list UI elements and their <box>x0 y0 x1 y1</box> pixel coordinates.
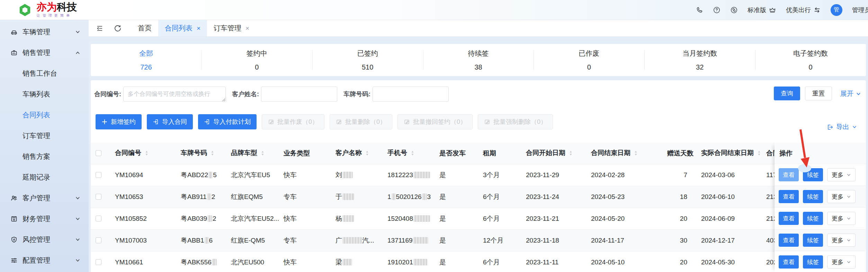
column-header-actual_end_date[interactable]: 实际合同结束日期 <box>696 143 761 164</box>
tenant-switch[interactable]: 优美出行 <box>786 6 821 14</box>
row-checkbox[interactable] <box>96 237 101 243</box>
column-header-customer[interactable]: 客户名称 <box>331 143 383 164</box>
stat-renew-pending[interactable]: 待续签38 <box>423 44 534 76</box>
tabbar: 首页合同列表×订车管理× <box>89 20 868 37</box>
row-checkbox[interactable] <box>96 259 101 265</box>
cell-contract_no: YM10661 <box>110 251 176 272</box>
sort-icon[interactable] <box>757 150 761 158</box>
car-icon <box>10 28 18 36</box>
sidebar-subitem[interactable]: 销售工作台 <box>0 63 89 84</box>
more-button[interactable]: 更多 <box>827 212 856 225</box>
column-header-model[interactable]: 品牌车型 <box>226 143 279 164</box>
tab-home[interactable]: 首页 <box>131 20 158 36</box>
select-all-checkbox[interactable] <box>96 150 101 156</box>
renew-button[interactable]: 续签 <box>803 168 823 181</box>
sort-icon[interactable] <box>569 150 573 158</box>
sort-icon[interactable] <box>411 150 414 158</box>
cell-checkbox[interactable] <box>91 164 110 186</box>
sidebar-subitem[interactable]: 车辆列表 <box>0 84 89 105</box>
view-button[interactable]: 查看 <box>779 190 799 203</box>
cell-text: 2 <box>213 215 216 222</box>
help-icon[interactable] <box>713 6 721 14</box>
stat-voided[interactable]: 已作废0 <box>534 44 644 76</box>
batch-force-delete-button[interactable]: 批量强制删除（0） <box>478 114 553 129</box>
column-header-end_date[interactable]: 合同结束日期 <box>586 143 662 164</box>
row-checkbox[interactable] <box>96 194 101 200</box>
export-button[interactable]: 导出 <box>827 123 857 132</box>
row-checkbox[interactable] <box>96 216 101 221</box>
link-icon[interactable] <box>730 6 738 14</box>
search-button[interactable]: 查询 <box>774 87 800 100</box>
stat-signing[interactable]: 签约中0 <box>202 44 312 76</box>
sidebar-subitem[interactable]: 合同列表 <box>0 105 89 125</box>
renew-button[interactable]: 续签 <box>803 255 823 269</box>
expand-label: 展开 <box>840 89 853 98</box>
customer-name-input[interactable] <box>261 87 337 102</box>
avatar[interactable]: 管 <box>831 4 842 16</box>
stat-e-signed[interactable]: 电子签约数0 <box>755 44 866 76</box>
sort-icon[interactable] <box>145 150 149 158</box>
add-sign-button[interactable]: 新增签约 <box>96 114 142 129</box>
plate-no-input[interactable] <box>373 87 449 102</box>
stat-signed[interactable]: 已签约510 <box>312 44 423 76</box>
stat-value: 38 <box>474 63 482 71</box>
version-switch[interactable]: 标准版 <box>748 6 776 14</box>
column-header-start_date[interactable]: 合同开始日期 <box>521 143 586 164</box>
batch-delete-button[interactable]: 批量删除（0） <box>330 114 392 129</box>
sort-icon[interactable] <box>634 150 638 158</box>
column-header-phone[interactable]: 手机号 <box>383 143 435 164</box>
sort-icon[interactable] <box>365 150 369 158</box>
renew-button[interactable]: 续签 <box>803 212 823 225</box>
cell-text: 5 <box>213 171 217 179</box>
view-button[interactable]: 查看 <box>779 168 799 181</box>
import-contract-button[interactable]: 导入合同 <box>147 114 193 129</box>
cell-checkbox[interactable] <box>91 208 110 229</box>
sidebar-item-customer[interactable]: 客户管理 <box>0 188 89 208</box>
contract-no-input[interactable] <box>123 87 226 102</box>
stat-all[interactable]: 全部726 <box>91 44 202 76</box>
sidebar-subitem[interactable]: 销售方案 <box>0 146 89 167</box>
view-button[interactable]: 查看 <box>779 255 799 269</box>
renew-button[interactable]: 续签 <box>803 190 823 203</box>
row-checkbox[interactable] <box>96 172 101 178</box>
close-icon[interactable]: × <box>197 25 200 32</box>
tab-contract-list[interactable]: 合同列表× <box>158 20 207 36</box>
sidebar-subitem[interactable]: 订车管理 <box>0 125 89 146</box>
cell-plate: 粤ABK556 <box>176 251 226 272</box>
cell-start_date: 2023-11-21 <box>521 208 586 229</box>
more-button[interactable]: 更多 <box>827 255 856 269</box>
batch-revoke-sign-button[interactable]: 批量撤回签约（0） <box>397 114 473 129</box>
import-payment-plan-button[interactable]: 导入付款计划 <box>198 114 257 129</box>
sidebar-item-config[interactable]: 配置管理 <box>0 250 89 271</box>
more-button[interactable]: 更多 <box>827 190 856 203</box>
tab-order-management[interactable]: 订车管理× <box>207 20 256 36</box>
stat-month-signed[interactable]: 当月签约数32 <box>644 44 755 76</box>
column-header-plate[interactable]: 车牌号码 <box>176 143 226 164</box>
sidebar-item-vehicle[interactable]: 车辆管理 <box>0 21 89 42</box>
expand-toggle[interactable]: 展开 <box>840 89 861 98</box>
sidebar-item-sales[interactable]: 销售管理 <box>0 42 89 63</box>
cell-checkbox[interactable] <box>91 251 110 272</box>
cell-model: 红旗E-QM5 <box>226 229 279 251</box>
more-button[interactable]: 更多 <box>827 168 856 181</box>
column-header-contract_no[interactable]: 合同编号 <box>110 143 176 164</box>
menu-fold-icon[interactable] <box>95 24 104 33</box>
more-button[interactable]: 更多 <box>827 234 856 247</box>
sort-icon[interactable] <box>261 150 265 158</box>
view-button[interactable]: 查看 <box>779 234 799 247</box>
sidebar-item-risk[interactable]: 风控管理 <box>0 229 89 250</box>
cell-checkbox[interactable] <box>91 186 110 208</box>
cell-checkbox[interactable] <box>91 229 110 251</box>
batch-void-button[interactable]: 批量作废（0） <box>262 114 324 129</box>
username: 管理员 <box>852 6 868 14</box>
sort-icon[interactable] <box>211 150 214 158</box>
view-button[interactable]: 查看 <box>779 212 799 225</box>
close-icon[interactable]: × <box>245 25 249 32</box>
sidebar-subitem[interactable]: 延期记录 <box>0 167 89 188</box>
phone-icon[interactable] <box>696 6 703 14</box>
chevron-down-icon <box>847 238 851 243</box>
renew-button[interactable]: 续签 <box>803 234 823 247</box>
sidebar-item-finance[interactable]: 财务管理 <box>0 208 89 229</box>
refresh-icon[interactable] <box>113 24 122 33</box>
reset-button[interactable]: 重置 <box>805 87 832 100</box>
